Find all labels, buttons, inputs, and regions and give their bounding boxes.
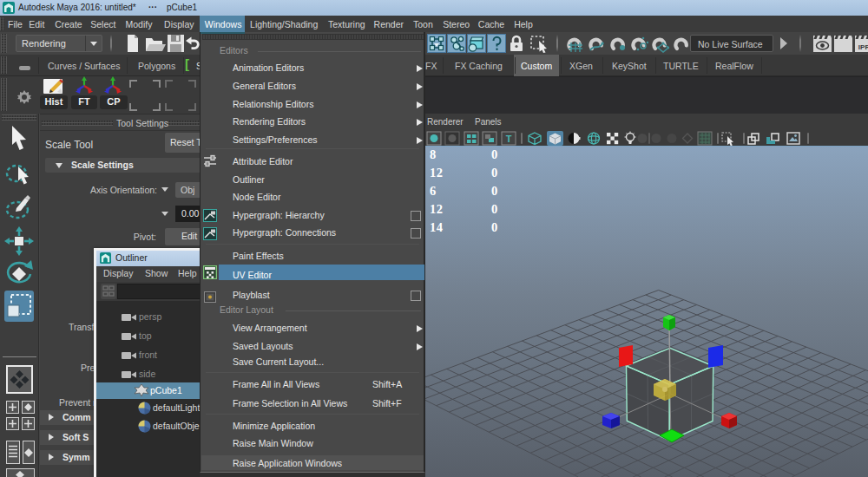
svg-text:T: T	[506, 134, 512, 144]
svg-text:IPR: IPR	[858, 43, 868, 51]
